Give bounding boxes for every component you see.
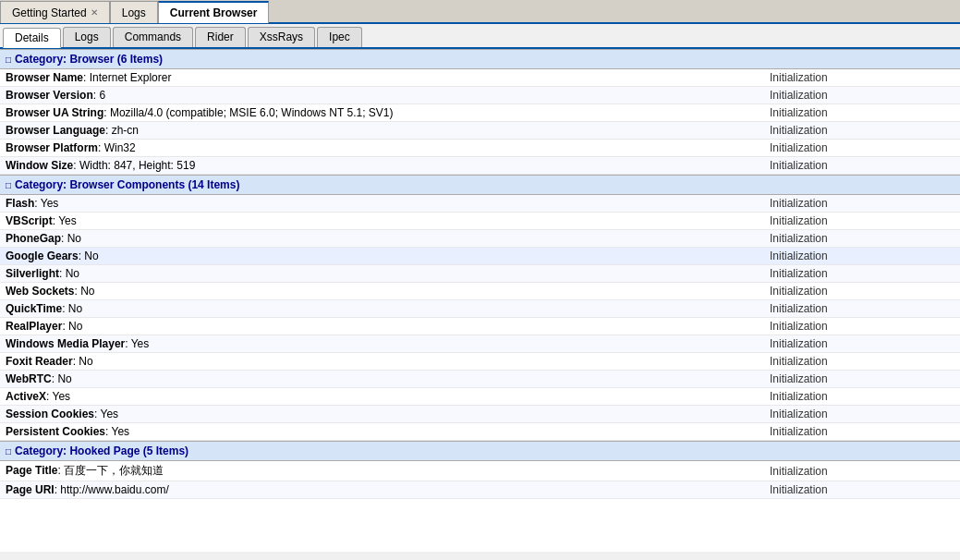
data-label: Web Sockets: No — [6, 285, 770, 298]
data-label: Browser Version: 6 — [6, 89, 770, 102]
status-badge: Initialization — [770, 390, 954, 403]
category-header-hooked-page: □Category: Hooked Page (5 Items) — [0, 441, 960, 461]
status-badge: Initialization — [770, 483, 954, 496]
status-badge: Initialization — [770, 159, 954, 172]
table-row: Window Size: Width: 847, Height: 519Init… — [0, 157, 960, 175]
table-row: Google Gears: NoInitialization — [0, 248, 960, 265]
data-label: WebRTC: No — [6, 372, 770, 385]
sub-tab-commands[interactable]: Commands — [113, 27, 193, 47]
table-row: Page Title: 百度一下，你就知道Initialization — [0, 461, 960, 481]
data-label: Browser Platform: Win32 — [6, 141, 770, 154]
sub-tab-ipec[interactable]: Ipec — [317, 27, 362, 47]
table-row: PhoneGap: NoInitialization — [0, 230, 960, 248]
table-row: Browser Platform: Win32Initialization — [0, 140, 960, 157]
data-label: Foxit Reader: No — [6, 355, 770, 368]
data-label: VBScript: Yes — [6, 214, 770, 227]
table-row: Page URI: http://www.baidu.com/Initializ… — [0, 481, 960, 499]
table-row: VBScript: YesInitialization — [0, 213, 960, 230]
top-tab-getting-started[interactable]: Getting Started ✕ — [0, 1, 110, 23]
data-label: Persistent Cookies: Yes — [6, 425, 770, 438]
category-title: Category: Hooked Page (5 Items) — [15, 444, 188, 457]
table-row: RealPlayer: NoInitialization — [0, 318, 960, 335]
category-title: Category: Browser (6 Items) — [15, 53, 163, 66]
status-badge: Initialization — [770, 89, 954, 102]
status-badge: Initialization — [770, 408, 954, 420]
status-badge: Initialization — [770, 141, 954, 154]
data-label: Flash: Yes — [6, 197, 770, 210]
data-label: Browser UA String: Mozilla/4.0 (compatib… — [6, 106, 770, 119]
table-row: Silverlight: NoInitialization — [0, 265, 960, 283]
table-row: Session Cookies: YesInitialization — [0, 406, 960, 423]
data-label: Windows Media Player: Yes — [6, 337, 770, 350]
top-tab-logs-label: Logs — [122, 6, 146, 19]
table-row: Web Sockets: NoInitialization — [0, 283, 960, 300]
app-container: Getting Started ✕ Logs Current Browser D… — [0, 0, 960, 552]
status-badge: Initialization — [770, 465, 954, 478]
data-label: Window Size: Width: 847, Height: 519 — [6, 159, 770, 172]
collapse-icon[interactable]: □ — [6, 446, 11, 457]
data-label: Silverlight: No — [6, 267, 770, 280]
table-row: WebRTC: NoInitialization — [0, 371, 960, 388]
status-badge: Initialization — [770, 320, 954, 333]
top-tab-logs[interactable]: Logs — [110, 1, 158, 23]
status-badge: Initialization — [770, 425, 954, 438]
sub-tab-xssrays[interactable]: XssRays — [248, 27, 315, 47]
table-row: ActiveX: YesInitialization — [0, 388, 960, 406]
table-row: QuickTime: NoInitialization — [0, 300, 960, 318]
status-badge: Initialization — [770, 250, 954, 262]
table-row: Browser UA String: Mozilla/4.0 (compatib… — [0, 104, 960, 122]
top-tab-current-browser-label: Current Browser — [170, 6, 258, 19]
collapse-icon[interactable]: □ — [6, 55, 11, 65]
status-badge: Initialization — [770, 106, 954, 119]
data-label: Browser Language: zh-cn — [6, 124, 770, 137]
table-row: Browser Name: Internet ExplorerInitializ… — [0, 69, 960, 87]
status-badge: Initialization — [770, 214, 954, 227]
close-icon[interactable]: ✕ — [91, 7, 98, 18]
status-badge: Initialization — [770, 197, 954, 210]
top-tab-current-browser[interactable]: Current Browser — [158, 1, 270, 23]
sub-tab-bar: Details Logs Commands Rider XssRays Ipec — [0, 24, 960, 49]
table-row: Browser Language: zh-cnInitialization — [0, 122, 960, 140]
sub-tab-rider[interactable]: Rider — [195, 27, 246, 47]
status-badge: Initialization — [770, 302, 954, 315]
status-badge: Initialization — [770, 71, 954, 84]
sub-tab-details[interactable]: Details — [3, 28, 61, 48]
status-badge: Initialization — [770, 232, 954, 245]
status-badge: Initialization — [770, 355, 954, 368]
top-tab-getting-started-label: Getting Started — [12, 6, 87, 19]
table-row: Browser Version: 6Initialization — [0, 87, 960, 104]
data-label: RealPlayer: No — [6, 320, 770, 333]
table-row: Flash: YesInitialization — [0, 195, 960, 213]
status-badge: Initialization — [770, 267, 954, 280]
data-label: QuickTime: No — [6, 302, 770, 315]
data-label: Session Cookies: Yes — [6, 408, 770, 420]
data-label: Browser Name: Internet Explorer — [6, 71, 770, 84]
status-badge: Initialization — [770, 372, 954, 385]
data-label: Page Title: 百度一下，你就知道 — [6, 463, 770, 479]
status-badge: Initialization — [770, 124, 954, 137]
table-row: Windows Media Player: YesInitialization — [0, 335, 960, 353]
top-tab-bar: Getting Started ✕ Logs Current Browser — [0, 0, 960, 24]
category-header-browser: □Category: Browser (6 Items) — [0, 49, 960, 69]
collapse-icon[interactable]: □ — [6, 180, 11, 190]
status-badge: Initialization — [770, 337, 954, 350]
data-label: Google Gears: No — [6, 250, 770, 262]
table-row: Foxit Reader: NoInitialization — [0, 353, 960, 371]
data-label: PhoneGap: No — [6, 232, 770, 245]
category-title: Category: Browser Components (14 Items) — [15, 178, 239, 191]
sub-tab-logs[interactable]: Logs — [63, 27, 111, 47]
main-content: □Category: Browser (6 Items)Browser Name… — [0, 49, 960, 552]
category-header-browser-components: □Category: Browser Components (14 Items) — [0, 175, 960, 195]
data-label: ActiveX: Yes — [6, 390, 770, 403]
status-badge: Initialization — [770, 285, 954, 298]
data-label: Page URI: http://www.baidu.com/ — [6, 483, 770, 496]
table-row: Persistent Cookies: YesInitialization — [0, 423, 960, 441]
